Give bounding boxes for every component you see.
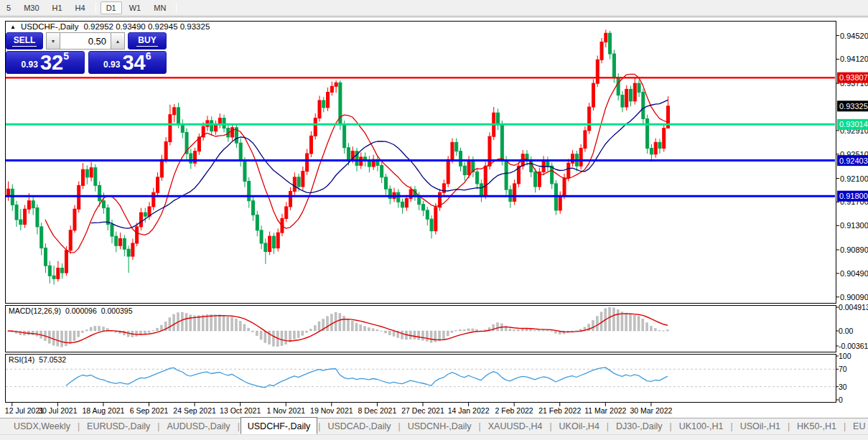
buy-price-display[interactable]: 0.93 34 6 bbox=[88, 51, 167, 74]
timeframe-button-w1[interactable]: W1 bbox=[123, 1, 147, 14]
macd-name: MACD(12,26,9) bbox=[9, 306, 61, 315]
svg-text:30 Mar 2022: 30 Mar 2022 bbox=[630, 406, 672, 415]
volume-stepper: ▼ 0.50 ▲ bbox=[46, 32, 125, 50]
timeframe-button-mn[interactable]: MN bbox=[148, 1, 172, 14]
buy-button[interactable]: BUY bbox=[128, 32, 167, 50]
bottom-strip bbox=[0, 434, 868, 440]
sell-button-label: SELL bbox=[12, 35, 37, 47]
chart-tab-eu[interactable]: EU bbox=[846, 419, 868, 434]
svg-text:0.90890: 0.90890 bbox=[840, 245, 868, 254]
svg-text:19 Nov 2021: 19 Nov 2021 bbox=[310, 406, 353, 415]
chart-tab-usdchf-daily[interactable]: USDCHF-,Daily bbox=[241, 417, 318, 434]
svg-text:21 Feb 2022: 21 Feb 2022 bbox=[538, 406, 581, 415]
svg-text:100: 100 bbox=[839, 352, 851, 360]
svg-text:11 Mar 2022: 11 Mar 2022 bbox=[584, 406, 626, 415]
macd-indicator-label: MACD(12,26,9) 0.000096 0.000395 bbox=[9, 306, 133, 315]
chart-tab-eurusd-daily[interactable]: EURUSD-,Daily bbox=[80, 419, 157, 434]
volume-input[interactable]: 0.50 bbox=[60, 32, 111, 50]
svg-text:0.93014: 0.93014 bbox=[839, 120, 868, 128]
timeframe-button-5[interactable]: 5 bbox=[1, 1, 17, 14]
chart-tab-xauusd-h4[interactable]: XAUUSD-,H4 bbox=[482, 419, 549, 434]
svg-text:0.92403: 0.92403 bbox=[839, 156, 868, 165]
sell-price-big: 32 bbox=[40, 53, 63, 72]
volume-value: 0.50 bbox=[88, 36, 106, 47]
chart-title: ▲ USDCHF-,Daily 0.92952 0.93490 0.92945 … bbox=[10, 22, 210, 31]
arrow-up-icon: ▲ bbox=[116, 39, 121, 44]
macd-value-1: 0.000096 bbox=[65, 306, 97, 315]
chart-tab-hk50-h1[interactable]: HK50-,H1 bbox=[790, 419, 843, 434]
buy-price-base: 0.93 bbox=[103, 60, 120, 70]
chart-tab-audusd-daily[interactable]: AUDUSD-,Daily bbox=[160, 419, 236, 434]
svg-text:0.93325: 0.93325 bbox=[839, 102, 868, 111]
chart-ohlc-values: 0.92952 0.93490 0.92945 0.93325 bbox=[83, 22, 210, 31]
svg-text:0.94120: 0.94120 bbox=[840, 55, 868, 63]
volume-decrease-button[interactable]: ▼ bbox=[46, 32, 60, 50]
svg-text:6 Sep 2021: 6 Sep 2021 bbox=[130, 406, 169, 415]
toolbar-separator bbox=[95, 2, 96, 14]
svg-text:13 Oct 2021: 13 Oct 2021 bbox=[220, 406, 261, 415]
rsi-value: 57.0532 bbox=[39, 355, 66, 364]
svg-text:30: 30 bbox=[839, 383, 847, 391]
svg-text:8 Dec 2021: 8 Dec 2021 bbox=[358, 406, 397, 415]
rsi-name: RSI(14) bbox=[9, 355, 34, 364]
macd-value-2: 0.000395 bbox=[101, 306, 133, 315]
timeframe-button-h1[interactable]: H1 bbox=[47, 1, 68, 14]
timeframe-toolbar: 5M30H1H4D1W1MN bbox=[0, 0, 868, 16]
sell-button[interactable]: SELL bbox=[6, 32, 43, 50]
svg-text:0.90490: 0.90490 bbox=[840, 269, 868, 278]
buy-button-label: BUY bbox=[136, 35, 157, 47]
chart-tab-dj30-daily[interactable]: DJ30-,Daily bbox=[610, 419, 669, 434]
chart-symbol-label: USDCHF-,Daily bbox=[21, 22, 79, 31]
chart-tab-bar: USDX,Weekly|EURUSD-,Daily|AUDUSD-,Daily|… bbox=[0, 418, 868, 434]
svg-text:18 Aug 2021: 18 Aug 2021 bbox=[82, 406, 124, 415]
svg-text:0.004913: 0.004913 bbox=[839, 303, 868, 312]
sell-price-base: 0.93 bbox=[22, 60, 38, 70]
arrow-down-icon: ▼ bbox=[51, 39, 56, 44]
svg-text:70: 70 bbox=[839, 365, 847, 373]
timeframe-button-m30[interactable]: M30 bbox=[18, 1, 45, 14]
buy-price-pip: 6 bbox=[146, 50, 151, 62]
chart-window: 0.945200.941200.937100.929100.925100.921… bbox=[0, 17, 868, 418]
chart-tab-ukoil-h4[interactable]: UKOil-,H4 bbox=[553, 419, 606, 434]
chart-tab-usoil-h1[interactable]: USOil-,H1 bbox=[734, 419, 787, 434]
svg-text:0.91300: 0.91300 bbox=[840, 221, 868, 230]
collapse-arrow-icon[interactable]: ▲ bbox=[10, 24, 16, 30]
svg-text:0.94520: 0.94520 bbox=[840, 32, 868, 40]
svg-text:0.91800: 0.91800 bbox=[839, 192, 868, 200]
chart-tab-usdcad-daily[interactable]: USDCAD-,Daily bbox=[321, 419, 397, 434]
timeframe-button-h4[interactable]: H4 bbox=[70, 1, 91, 14]
chart-canvas[interactable]: 0.945200.941200.937100.929100.925100.921… bbox=[0, 17, 868, 418]
price-axis[interactable]: 0.945200.941200.937100.929100.925100.921… bbox=[836, 32, 868, 301]
indicator-axes: 0.0049130.00-0.00361410070300 bbox=[836, 303, 868, 404]
timeframe-button-d1[interactable]: D1 bbox=[101, 1, 122, 14]
svg-text:-0.003614: -0.003614 bbox=[839, 342, 868, 350]
rsi-indicator-label: RSI(14) 57.0532 bbox=[9, 355, 66, 364]
toolbar-separator bbox=[176, 2, 177, 14]
trading-platform-window: 5M30H1H4D1W1MN 0.945200.941200.937100.92… bbox=[0, 0, 868, 440]
chart-tab-uk100-h1[interactable]: UK100-,H1 bbox=[673, 419, 730, 434]
date-axis[interactable]: 12 Jul 202130 Jul 202118 Aug 20216 Sep 2… bbox=[5, 403, 673, 415]
one-click-trading-panel: SELL ▼ 0.50 ▲ BUY bbox=[6, 32, 167, 74]
chart-tab-usdcnh-daily[interactable]: USDCNH-,Daily bbox=[401, 419, 478, 434]
svg-text:0.90090: 0.90090 bbox=[840, 293, 868, 301]
svg-text:27 Dec 2021: 27 Dec 2021 bbox=[401, 406, 444, 415]
svg-text:0.92100: 0.92100 bbox=[840, 174, 868, 183]
svg-text:14 Jan 2022: 14 Jan 2022 bbox=[448, 406, 490, 415]
svg-text:24 Sep 2021: 24 Sep 2021 bbox=[173, 406, 216, 415]
sell-price-pip: 5 bbox=[63, 50, 69, 62]
volume-increase-button[interactable]: ▲ bbox=[111, 32, 125, 50]
svg-text:0: 0 bbox=[839, 395, 843, 404]
svg-text:2 Feb 2022: 2 Feb 2022 bbox=[495, 406, 533, 415]
sell-price-display[interactable]: 0.93 32 5 bbox=[6, 51, 85, 74]
chart-tab-usdx-weekly[interactable]: USDX,Weekly bbox=[7, 419, 77, 434]
svg-text:1 Nov 2021: 1 Nov 2021 bbox=[266, 406, 305, 415]
svg-text:30 Jul 2021: 30 Jul 2021 bbox=[38, 406, 77, 415]
buy-price-big: 34 bbox=[122, 53, 145, 72]
svg-text:0.93807: 0.93807 bbox=[839, 73, 868, 82]
svg-text:0.00: 0.00 bbox=[839, 327, 854, 335]
